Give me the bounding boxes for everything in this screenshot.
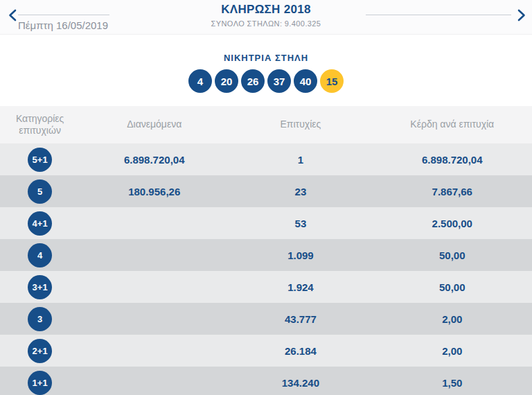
prize-value: 6.898.720,04 — [373, 154, 532, 166]
winning-number-ball: 4 — [188, 69, 212, 93]
table-row: 5 180.956,26 23 7.867,66 — [0, 175, 532, 207]
winning-number-ball: 26 — [241, 69, 265, 93]
category-badge: 1+1 — [28, 371, 52, 395]
prize-value: 2,00 — [373, 345, 532, 357]
column-header-prize: Κέρδη ανά επιτυχία — [373, 119, 532, 131]
prize-table-body: 5+1 6.898.720,04 1 6.898.720,04 5 180.95… — [0, 143, 532, 395]
prize-value: 50,00 — [373, 281, 532, 293]
winners-value: 26.184 — [229, 345, 372, 357]
draw-navigation-bar: Πέμπτη 16/05/2019 ΚΛΗΡΩΣΗ 2018 ΣΥΝΟΛΟ ΣΤ… — [0, 0, 532, 35]
category-badge: 3+1 — [28, 275, 52, 299]
category-badge: 3 — [28, 307, 52, 331]
winners-value: 1.924 — [229, 281, 372, 293]
table-row: 3+1 1.924 50,00 — [0, 271, 532, 303]
table-row: 3 43.777 2,00 — [0, 303, 532, 335]
winning-number-ball: 20 — [215, 69, 238, 93]
table-row: 5+1 6.898.720,04 1 6.898.720,04 — [0, 143, 532, 175]
category-badge: 4 — [28, 243, 52, 267]
category-badge: 2+1 — [28, 339, 52, 363]
winners-value: 1.099 — [229, 249, 372, 261]
prize-value: 7.867,66 — [373, 186, 532, 198]
table-row: 4+1 53 2.500,00 — [0, 207, 532, 239]
winners-value: 53 — [229, 218, 372, 229]
winners-value: 1 — [229, 154, 372, 166]
total-columns-label: ΣΥΝΟΛΟ ΣΤΗΛΩΝ: 9.400.325 — [0, 19, 532, 28]
distributed-value: 6.898.720,04 — [80, 154, 229, 166]
winning-number-ball: 15 — [320, 69, 344, 93]
chevron-right-icon — [517, 9, 526, 24]
table-row: 4 1.099 50,00 — [0, 239, 532, 271]
draw-results-page: Πέμπτη 16/05/2019 ΚΛΗΡΩΣΗ 2018 ΣΥΝΟΛΟ ΣΤ… — [0, 0, 532, 395]
prize-table-header: Κατηγορίες επιτυχιών Διανεμόμενα Επιτυχί… — [0, 106, 532, 143]
winners-value: 23 — [229, 186, 372, 198]
winners-value: 43.777 — [229, 313, 372, 325]
winning-number-ball: 40 — [294, 69, 317, 93]
category-badge: 5+1 — [28, 148, 52, 172]
winning-column-label: ΝΙΚΗΤΡΙΑ ΣΤΗΛΗ — [0, 53, 532, 63]
distributed-value: 180.956,26 — [80, 186, 229, 198]
column-header-winners: Επιτυχίες — [229, 119, 372, 131]
table-row: 2+1 26.184 2,00 — [0, 335, 532, 367]
winning-numbers: 4 20 26 37 40 15 — [0, 69, 532, 93]
category-badge: 5 — [28, 179, 52, 204]
prize-value: 50,00 — [373, 249, 532, 261]
prize-value: 2.500,00 — [373, 218, 532, 229]
winners-value: 134.240 — [229, 377, 372, 389]
prize-value: 1,50 — [373, 377, 532, 389]
category-badge: 4+1 — [28, 211, 52, 236]
prize-value: 2,00 — [373, 313, 532, 325]
winning-number-ball: 37 — [267, 69, 291, 93]
prize-table: Κατηγορίες επιτυχιών Διανεμόμενα Επιτυχί… — [0, 106, 532, 395]
table-row: 1+1 134.240 1,50 — [0, 367, 532, 395]
column-header-categories: Κατηγορίες επιτυχιών — [0, 113, 80, 137]
column-header-distributed: Διανεμόμενα — [80, 119, 229, 131]
next-draw-button[interactable] — [514, 8, 529, 24]
header-divider-right — [366, 15, 511, 15]
